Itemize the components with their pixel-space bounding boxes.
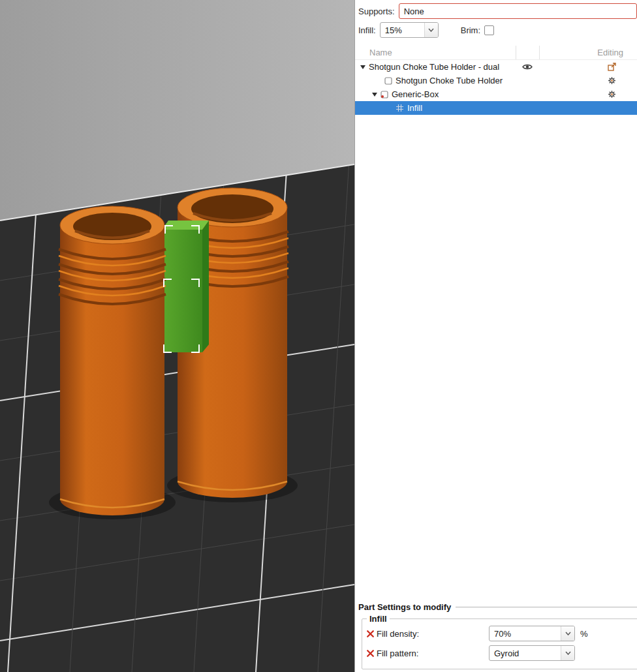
fill-density-select[interactable]: 70% xyxy=(489,626,575,641)
supports-label: Supports: xyxy=(358,7,395,16)
tree-row-modifier[interactable]: Generic-Box xyxy=(355,87,637,101)
divider xyxy=(456,607,637,607)
gear-icon[interactable] xyxy=(608,76,616,85)
fill-pattern-label: Fill pattern: xyxy=(377,649,489,658)
tree-item-label: Infill xyxy=(407,103,422,113)
remove-setting-icon[interactable] xyxy=(366,649,377,658)
modifier-box[interactable] xyxy=(162,221,209,352)
column-header-eye xyxy=(516,46,539,59)
fill-density-label: Fill density: xyxy=(377,629,489,639)
right-panel: Supports: None Infill: 15% Brim: Name Ed… xyxy=(354,0,637,672)
remove-setting-icon[interactable] xyxy=(366,630,377,638)
tree-row-object[interactable]: Shotgun Choke Tube Holder - dual xyxy=(355,60,637,74)
3d-scene xyxy=(0,0,354,672)
chevron-down-icon xyxy=(424,23,438,37)
modifier-box-icon xyxy=(381,91,388,99)
tree-row-part[interactable]: Shotgun Choke Tube Holder xyxy=(355,74,637,87)
fill-pattern-row: Fill pattern: Gyroid xyxy=(365,643,635,663)
percent-suffix: % xyxy=(580,629,588,639)
supports-row: Supports: None xyxy=(358,3,637,19)
supports-value: None xyxy=(404,7,424,16)
infill-label: Infill: xyxy=(358,25,376,35)
tree-row-infill-setting[interactable]: Infill xyxy=(355,101,637,115)
chevron-down-icon xyxy=(561,646,574,660)
infill-settings-group: Infill Fill density: 70% % xyxy=(362,614,637,669)
fill-density-value: 70% xyxy=(489,626,561,641)
object-settings-icon[interactable] xyxy=(608,63,616,71)
fill-pattern-value: Gyroid xyxy=(489,646,561,660)
slicer-window: Supports: None Infill: 15% Brim: Name Ed… xyxy=(0,0,637,672)
tree-item-label: Shotgun Choke Tube Holder - dual xyxy=(369,62,499,72)
part-icon xyxy=(384,77,392,85)
brim-label: Brim: xyxy=(461,25,480,35)
infill-value: 15% xyxy=(381,23,424,37)
part-settings-header: Part Settings to modify xyxy=(355,600,637,614)
eye-icon[interactable] xyxy=(522,63,533,70)
tree-item-label: Generic-Box xyxy=(392,89,439,99)
expander-triangle-icon[interactable] xyxy=(360,65,365,69)
infill-row: Infill: 15% Brim: xyxy=(358,22,637,38)
fill-pattern-select[interactable]: Gyroid xyxy=(489,645,575,661)
part-settings-panel: Part Settings to modify Infill Fill dens… xyxy=(355,600,637,672)
chevron-down-icon xyxy=(561,626,574,641)
tree-item-label: Shotgun Choke Tube Holder xyxy=(396,76,503,85)
part-settings-title: Part Settings to modify xyxy=(358,602,451,612)
expander-triangle-icon[interactable] xyxy=(372,93,377,97)
infill-select[interactable]: 15% xyxy=(380,22,439,38)
object-tree-header: Name Editing xyxy=(355,46,637,60)
3d-viewport[interactable] xyxy=(0,0,354,672)
supports-select[interactable]: None xyxy=(399,3,637,19)
model-cylinder-left[interactable] xyxy=(59,206,166,515)
object-tree: Shotgun Choke Tube Holder - dual xyxy=(355,60,637,600)
infill-icon xyxy=(396,104,404,112)
infill-group-title: Infill xyxy=(367,614,390,624)
column-header-editing: Editing xyxy=(539,46,637,59)
brim-checkbox[interactable] xyxy=(484,25,494,35)
fill-density-row: Fill density: 70% % xyxy=(365,624,635,643)
column-header-name: Name xyxy=(355,48,516,57)
gear-icon[interactable] xyxy=(608,90,616,99)
